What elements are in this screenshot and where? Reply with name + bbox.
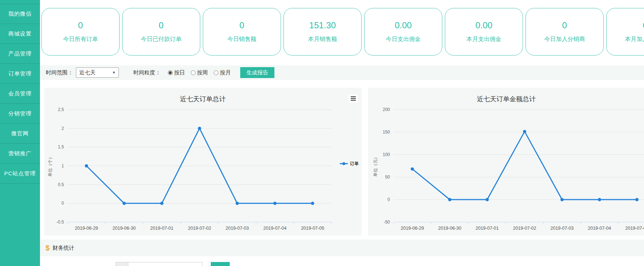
svg-text:150: 150 bbox=[383, 130, 390, 135]
generate-report-button[interactable]: 生成报告 bbox=[240, 67, 274, 78]
stat-card-today-paid-orders: 0 今日已付款订单 bbox=[122, 8, 200, 56]
stat-card-today-all-orders: 0 今日所有订单 bbox=[41, 8, 120, 56]
stat-label: 今日支出佣金 bbox=[386, 36, 421, 43]
svg-text:200: 200 bbox=[383, 107, 390, 112]
granularity-radio-group: 按日 按周 按月 bbox=[168, 69, 231, 76]
stat-value: 151.30 bbox=[309, 20, 336, 30]
sidebar-item-label: 营销推广 bbox=[8, 150, 32, 157]
charts-row: 近七天订单总计2.521.510.50-0.52019-06-292019-06… bbox=[40, 88, 644, 236]
radio-by-month-input[interactable] bbox=[214, 70, 218, 75]
svg-text:2019-06-29: 2019-06-29 bbox=[75, 226, 98, 231]
stat-card-month-new-distributors: 0 本月加入分销商 bbox=[606, 8, 644, 56]
sidebar-item-pc-site-management[interactable]: PC站点管理 bbox=[0, 163, 40, 183]
time-range-label: 时间范围： bbox=[46, 69, 73, 76]
stat-value: 0 bbox=[78, 20, 83, 30]
svg-text:2019-07-03: 2019-07-03 bbox=[226, 226, 249, 231]
sidebar-item-order-management[interactable]: 订单管理 bbox=[0, 64, 40, 83]
svg-text:近七天订单金额总计: 近七天订单金额总计 bbox=[477, 95, 536, 103]
stat-label: 今日加入分销商 bbox=[544, 36, 585, 43]
orders-chart-panel: 近七天订单总计2.521.510.50-0.52019-06-292019-06… bbox=[44, 88, 362, 236]
order-amount-chart-panel: 近七天订单金额总计200150100500-502019-06-292019-0… bbox=[368, 88, 644, 236]
sidebar-item-micro-site[interactable]: 微官网 bbox=[0, 123, 40, 143]
sidebar-item-label: 订单管理 bbox=[8, 70, 32, 77]
stat-label: 今日已付款订单 bbox=[141, 36, 182, 43]
svg-text:2019-07-05: 2019-07-05 bbox=[301, 226, 324, 231]
order-amount-line-chart: 近七天订单金额总计200150100500-502019-06-292019-0… bbox=[368, 88, 644, 236]
stat-label: 今日所有订单 bbox=[63, 36, 98, 43]
finance-input[interactable] bbox=[128, 262, 202, 266]
svg-text:-50: -50 bbox=[384, 220, 390, 225]
svg-text:2019-07-04: 2019-07-04 bbox=[263, 226, 286, 231]
sidebar-item-label: 分销管理 bbox=[8, 110, 32, 117]
radio-by-day[interactable]: 按日 bbox=[168, 69, 185, 76]
svg-text:2019-06-30: 2019-06-30 bbox=[113, 226, 136, 231]
radio-by-week[interactable]: 按周 bbox=[191, 69, 208, 76]
svg-text:2019-07-03: 2019-07-03 bbox=[551, 226, 574, 231]
stat-value: 0 bbox=[159, 20, 164, 30]
stat-card-month-commission: 0.00 本月支出佣金 bbox=[445, 8, 523, 56]
svg-text:-0.5: -0.5 bbox=[56, 220, 64, 225]
radio-by-month-label: 按月 bbox=[220, 69, 231, 76]
orders-line-chart: 近七天订单总计2.521.510.50-0.52019-06-292019-06… bbox=[44, 88, 362, 236]
stat-value: 0 bbox=[240, 20, 244, 30]
radio-by-day-input[interactable] bbox=[168, 70, 173, 75]
time-range-selected-value: 近七天 bbox=[79, 69, 96, 76]
sidebar-item-my-wechat[interactable]: 我的微信 bbox=[0, 4, 40, 24]
svg-text:2019-07-01: 2019-07-01 bbox=[476, 226, 499, 231]
chart-export-menu-icon[interactable] bbox=[349, 95, 358, 102]
stat-card-today-commission: 0.00 今日支出佣金 bbox=[364, 8, 442, 56]
sidebar-item-marketing[interactable]: 营销推广 bbox=[0, 143, 40, 163]
svg-text:2.5: 2.5 bbox=[58, 107, 64, 112]
sidebar-item-label: PC站点管理 bbox=[4, 170, 36, 177]
sidebar-filler bbox=[0, 183, 40, 263]
stat-label: 本月支出佣金 bbox=[467, 36, 502, 43]
svg-text:0.5: 0.5 bbox=[58, 182, 64, 187]
sidebar-partial-item bbox=[0, 0, 40, 4]
sidebar-item-label: 商城设置 bbox=[8, 30, 32, 37]
stat-cards-row: 0 今日所有订单 0 今日已付款订单 0 今日销售额 151.30 本月销售额 … bbox=[40, 0, 644, 56]
svg-text:2019-07-01: 2019-07-01 bbox=[150, 226, 173, 231]
svg-text:订单: 订单 bbox=[350, 161, 359, 166]
granularity-label: 时间粒度： bbox=[133, 69, 161, 76]
sidebar-item-label: 微官网 bbox=[11, 130, 29, 137]
svg-text:2019-07-05: 2019-07-05 bbox=[625, 226, 644, 231]
sidebar-item-member-management[interactable]: 会员管理 bbox=[0, 83, 40, 103]
stat-label: 本月加入分销商 bbox=[625, 36, 644, 43]
stat-value: 0 bbox=[562, 20, 567, 30]
svg-text:2019-06-29: 2019-06-29 bbox=[401, 226, 424, 231]
stat-value: 0.00 bbox=[475, 20, 492, 30]
stat-card-today-sales: 0 今日销售额 bbox=[203, 8, 281, 56]
svg-text:2019-07-04: 2019-07-04 bbox=[588, 226, 611, 231]
svg-text:2019-06-30: 2019-06-30 bbox=[438, 226, 462, 231]
svg-text:单位（元）: 单位（元） bbox=[373, 155, 378, 177]
sidebar-item-product-management[interactable]: 产品管理 bbox=[0, 44, 40, 64]
finance-toolbar bbox=[40, 262, 644, 266]
sidebar-item-mall-settings[interactable]: 商城设置 bbox=[0, 24, 40, 44]
svg-text:100: 100 bbox=[383, 152, 390, 157]
chevron-down-icon: ▼ bbox=[112, 71, 116, 74]
svg-text:2019-07-02: 2019-07-02 bbox=[188, 226, 211, 231]
svg-text:2: 2 bbox=[61, 126, 64, 131]
svg-text:1: 1 bbox=[61, 163, 64, 168]
radio-by-week-input[interactable] bbox=[191, 70, 196, 75]
svg-text:单位（个）: 单位（个） bbox=[48, 155, 53, 177]
svg-text:1.5: 1.5 bbox=[58, 144, 64, 150]
stat-value: 0.00 bbox=[395, 20, 412, 30]
time-range-select[interactable]: 近七天 ▼ bbox=[76, 67, 119, 78]
sidebar: 我的微信 商城设置 产品管理 订单管理 会员管理 分销管理 微官网 营销推广 P… bbox=[0, 0, 40, 266]
finance-section-header: $ 财务统计 bbox=[40, 240, 644, 256]
finance-input-addon bbox=[116, 262, 128, 266]
report-filter-bar: 时间范围： 近七天 ▼ 时间粒度： 按日 按周 按月 生成报告 bbox=[40, 65, 644, 80]
svg-text:0: 0 bbox=[387, 197, 390, 202]
radio-by-month[interactable]: 按月 bbox=[214, 69, 231, 76]
main-content: 0 今日所有订单 0 今日已付款订单 0 今日销售额 151.30 本月销售额 … bbox=[40, 0, 644, 266]
finance-search-button[interactable] bbox=[211, 262, 230, 266]
svg-text:近七天订单总计: 近七天订单总计 bbox=[180, 95, 226, 103]
svg-text:50: 50 bbox=[385, 175, 390, 180]
sidebar-item-label: 会员管理 bbox=[8, 90, 32, 97]
dollar-icon: $ bbox=[45, 244, 50, 252]
finance-section-title: 财务统计 bbox=[53, 245, 75, 251]
stat-card-month-sales: 151.30 本月销售额 bbox=[283, 8, 362, 56]
svg-text:2019-07-02: 2019-07-02 bbox=[513, 226, 536, 231]
sidebar-item-distribution-management[interactable]: 分销管理 bbox=[0, 103, 40, 123]
